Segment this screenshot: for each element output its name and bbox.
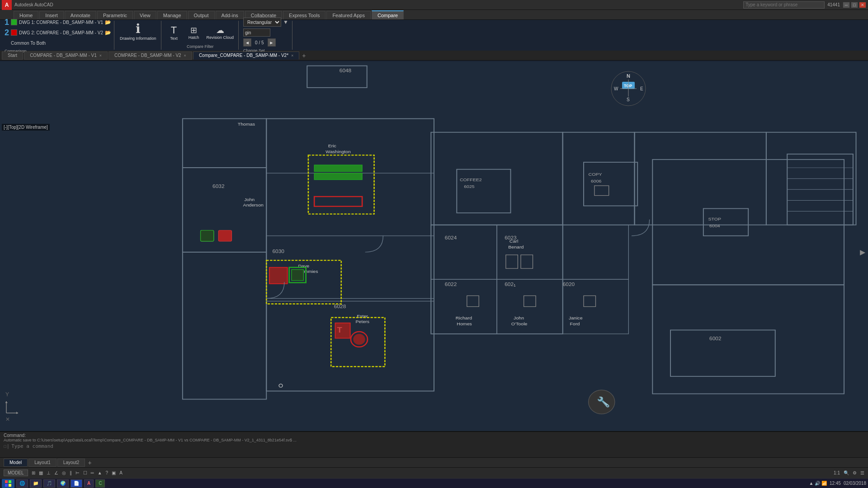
autocad-logo: A	[2, 0, 12, 10]
svg-text:STOP: STOP	[708, 216, 721, 221]
close-button[interactable]: ✕	[859, 2, 866, 8]
settings-icon[interactable]: ⚙	[853, 470, 857, 475]
status-otrack-icon[interactable]: ∥	[70, 470, 72, 475]
svg-rect-62	[314, 173, 362, 179]
svg-text:COFFEE2: COFFEE2	[460, 178, 482, 182]
svg-rect-68	[292, 270, 303, 281]
maximize-button[interactable]: □	[851, 2, 858, 8]
status-ortho-icon[interactable]: ⊥	[47, 470, 51, 475]
doc-tab-close[interactable]: ×	[291, 53, 293, 58]
svg-rect-106	[5, 484, 8, 487]
status-osnap-icon[interactable]: ◎	[62, 470, 66, 475]
taskbar-time: 12:45	[830, 481, 841, 486]
command-input[interactable]	[11, 443, 147, 449]
layout-tab-layout2[interactable]: Layout2	[57, 459, 85, 467]
minimize-button[interactable]: ─	[843, 2, 850, 8]
command-area: Command: Automatic save to C:\Users\setu…	[0, 432, 868, 450]
ribbon-tab-express-tools[interactable]: Express Tools	[283, 11, 326, 19]
taskbar-app[interactable]: C	[95, 479, 105, 488]
title-search-input[interactable]	[743, 1, 825, 9]
hatch-label: Hatch	[189, 35, 199, 40]
svg-text:Anderson: Anderson	[243, 202, 264, 207]
text-button[interactable]: T Text	[165, 24, 183, 42]
compass: N E S W TOP	[610, 70, 646, 107]
dropdown-chevron-icon[interactable]: ▼	[283, 19, 288, 25]
status-dyn-icon[interactable]: ☐	[83, 470, 87, 475]
command-prompt: ☐|	[4, 443, 9, 449]
dwg1-label: DWG 1: COMPARE - DB_SAMP-MM - V1	[19, 20, 103, 25]
svg-rect-75	[218, 230, 231, 241]
add-tab-button[interactable]: +	[300, 52, 307, 59]
layout-tab-layout1[interactable]: Layout1	[28, 459, 57, 467]
status-qp-icon[interactable]: ?	[106, 470, 108, 475]
nav-prev-button[interactable]: ◄	[243, 38, 251, 47]
ribbon-tab-view[interactable]: View	[134, 11, 156, 19]
ribbon-tab-featured-apps[interactable]: Featured Apps	[326, 11, 371, 19]
svg-point-73	[353, 334, 365, 345]
layout-tab-model[interactable]: Model	[4, 459, 28, 467]
svg-text:6006: 6006	[591, 178, 602, 183]
title-time: 41441	[827, 2, 840, 7]
svg-text:John: John	[514, 316, 524, 320]
taskbar-chrome[interactable]: 🌍	[57, 479, 69, 488]
text-icon: T	[171, 25, 177, 35]
taskbar-autocad[interactable]: A	[84, 479, 94, 488]
taskbar-left: 🌐 📁 🎵 🌍 📄 A C	[2, 479, 105, 488]
taskbar-date: 02/03/2018	[844, 481, 866, 486]
nav-next-button[interactable]: ►	[268, 38, 276, 47]
ribbon-tab-manage[interactable]: Manage	[157, 11, 187, 19]
dwg1-folder-icon[interactable]: 📂	[105, 19, 111, 25]
taskbar-ie[interactable]: 🌐	[16, 479, 28, 488]
taskbar-docs[interactable]: 📄	[71, 479, 82, 488]
model-label[interactable]: MODEL	[4, 469, 28, 476]
doc-tab-compare---db-samp-mm---v1[interactable]: COMPARE - DB_SAMP-MM - V1×	[24, 52, 108, 60]
xy-indicator: Y ✕	[5, 391, 19, 422]
status-sel-icon[interactable]: ▣	[112, 470, 116, 475]
close-indicator: ✕	[5, 416, 19, 422]
hatch-button[interactable]: ⊞ Hatch	[185, 25, 203, 41]
filter-buttons: T Text ⊞ Hatch ☁ Revision Cloud	[165, 22, 236, 44]
doc-tab-start[interactable]: Start	[2, 52, 23, 60]
svg-text:6024: 6024	[445, 235, 457, 240]
add-layout-button[interactable]: +	[86, 459, 93, 466]
status-trans-icon[interactable]: ▲	[98, 470, 102, 475]
status-left: MODEL ⊞ ▦ ⊥ ∠ ◎ ∥ ⊢ ☐ ═ ▲ ? ▣ A	[0, 469, 123, 476]
dwg2-label: DWG 2: COMPARE - DB_SAMP-MM - V2	[19, 30, 103, 35]
status-lw-icon[interactable]: ═	[91, 470, 94, 475]
gin-input[interactable]	[243, 28, 270, 37]
counter-display: 0 / 5	[255, 40, 264, 45]
status-ucs-icon[interactable]: ⊢	[75, 470, 80, 475]
svg-text:🔧: 🔧	[597, 396, 610, 408]
zoom-icon[interactable]: 🔍	[844, 470, 849, 475]
doc-tab-compare---db-samp-mm---v2[interactable]: COMPARE - DB_SAMP-MM - V2×	[108, 52, 192, 60]
dwg1-swatch	[11, 19, 17, 25]
dwg2-row: 2 DWG 2: COMPARE - DB_SAMP-MM - V2 📂	[5, 28, 111, 38]
status-grid-icon[interactable]: ▦	[39, 470, 43, 475]
ribbon-tab-output[interactable]: Output	[188, 11, 215, 19]
common-label: Common To Both	[11, 41, 46, 46]
status-snap-icon[interactable]: ⊞	[32, 470, 35, 475]
shape-dropdown[interactable]: Rectangular Freehand	[243, 18, 281, 27]
gear-icon[interactable]: ☰	[860, 470, 864, 475]
start-button[interactable]	[2, 479, 14, 488]
drawing-info-button[interactable]: ℹ Drawing Information	[118, 22, 158, 42]
cs-dropdown-row: Rectangular Freehand ▼	[243, 18, 288, 27]
main-canvas[interactable]: [-][Top][2D Wireframe]	[0, 61, 868, 443]
revision-cloud-label: Revision Cloud	[207, 35, 234, 40]
doc-tab-close[interactable]: ×	[184, 53, 186, 58]
svg-text:Peters: Peters	[356, 319, 370, 324]
status-anno-icon[interactable]: A	[119, 470, 123, 475]
status-polar-icon[interactable]: ∠	[54, 470, 58, 475]
revision-cloud-button[interactable]: ☁ Revision Cloud	[205, 25, 236, 41]
taskbar-explorer[interactable]: 📁	[30, 479, 42, 488]
doc-tab-compare-compare---db-samp-mm---v2-[interactable]: Compare_COMPARE - DB_SAMP-MM - V2*×	[193, 52, 299, 60]
scroll-right-button[interactable]: ►	[858, 247, 867, 258]
taskbar-media[interactable]: 🎵	[43, 479, 55, 488]
dwg2-folder-icon[interactable]: 📂	[105, 30, 111, 36]
doc-tab-close[interactable]: ×	[99, 53, 102, 58]
ribbon-tab-add-ins[interactable]: Add-ins	[216, 11, 244, 19]
svg-text:Janice: Janice	[569, 316, 583, 320]
ribbon-tab-compare[interactable]: Compare	[372, 10, 404, 19]
autosave-text: Automatic save to C:\Users\setup\AppData…	[4, 438, 864, 442]
svg-text:W: W	[614, 86, 618, 91]
